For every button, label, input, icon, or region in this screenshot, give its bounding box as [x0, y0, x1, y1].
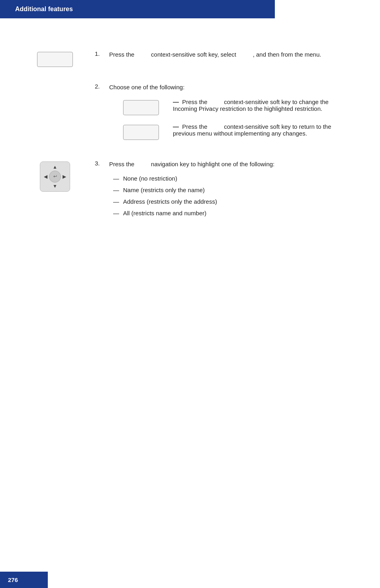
page-number: 276 — [8, 576, 18, 583]
bullet-item-1: — None (no restriction) — [109, 175, 343, 182]
step-3-number: 3. — [95, 160, 103, 167]
main-content: 1. Press the context-sensitive soft key,… — [0, 18, 358, 261]
bullet-text-2: Name (restricts only the name) — [123, 187, 205, 193]
bullet-dash-1: — — [113, 175, 119, 182]
bullet-dash-3: — — [113, 198, 119, 205]
soft-key-image-2 — [123, 100, 159, 115]
nav-key-image: ▲ ◀ ↩ ▶ ▼ — [40, 161, 70, 192]
step-2-row: 2. Choose one of the following: — Press … — [15, 83, 343, 148]
soft-key-image-3 — [123, 125, 159, 140]
nav-right-arrow: ▶ — [63, 174, 66, 179]
step-2-header: 2. Choose one of the following: — [95, 83, 343, 92]
dash-icon-1: — — [173, 98, 179, 105]
bullet-item-3: — Address (restricts only the address) — [109, 198, 343, 205]
bullet-text-3: Address (restricts only the address) — [123, 198, 217, 205]
nav-up-arrow: ▲ — [53, 164, 57, 170]
step-1-content: 1. Press the context-sensitive soft key,… — [95, 50, 343, 66]
step-2-softkey-1 — [109, 98, 173, 115]
step-2-softkey-2 — [109, 123, 173, 140]
step-3-header: 3. Press the navigation key to highlight… — [95, 160, 343, 169]
bullet-item-4: — All (restricts name and number) — [109, 210, 343, 216]
step-2-number: 2. — [95, 83, 103, 90]
bullet-text-4: All (restricts name and number) — [123, 210, 206, 216]
step-1-header: 1. Press the context-sensitive soft key,… — [95, 50, 343, 59]
step-2-subitem-1: — Press the context-sensitive soft key t… — [109, 98, 343, 115]
bullet-dash-2: — — [113, 187, 119, 193]
step-2-content: 2. Choose one of the following: — Press … — [95, 83, 343, 148]
step-1-row: 1. Press the context-sensitive soft key,… — [15, 50, 343, 67]
step-2-subitem-2: — Press the context-sensitive soft key t… — [109, 123, 343, 140]
nav-middle-row: ◀ ↩ ▶ — [44, 171, 66, 183]
step-3-image-area: ▲ ◀ ↩ ▶ ▼ — [15, 160, 95, 192]
nav-down-arrow: ▼ — [53, 183, 57, 189]
page-footer: 276 — [0, 572, 48, 588]
bullet-item-2: — Name (restricts only the name) — [109, 187, 343, 193]
step-2-image-area — [15, 83, 95, 85]
step-2-subitem-1-text: — Press the context-sensitive soft key t… — [173, 98, 343, 112]
step-1-number: 1. — [95, 50, 103, 57]
header-banner: Additional features — [0, 0, 275, 18]
bullet-text-1: None (no restriction) — [123, 175, 177, 182]
page-title: Additional features — [15, 6, 73, 13]
step-2-subitem-2-text: — Press the context-sensitive soft key t… — [173, 123, 343, 137]
step-3-text: Press the navigation key to highlight on… — [109, 160, 274, 169]
nav-center-button: ↩ — [49, 171, 61, 183]
step-3-content: 3. Press the navigation key to highlight… — [95, 160, 343, 222]
nav-left-arrow: ◀ — [44, 174, 47, 179]
bullet-dash-4: — — [113, 210, 119, 216]
step-1-image-area — [15, 50, 95, 67]
dash-icon-2: — — [173, 123, 179, 130]
bullet-list: — None (no restriction) — Name (restrict… — [109, 175, 343, 216]
soft-key-image-1 — [37, 52, 73, 67]
step-1-text: Press the context-sensitive soft key, se… — [109, 50, 321, 59]
step-3-row: ▲ ◀ ↩ ▶ ▼ 3. Press the navigation key to… — [15, 160, 343, 222]
step-2-intro: Choose one of the following: — [109, 83, 184, 92]
